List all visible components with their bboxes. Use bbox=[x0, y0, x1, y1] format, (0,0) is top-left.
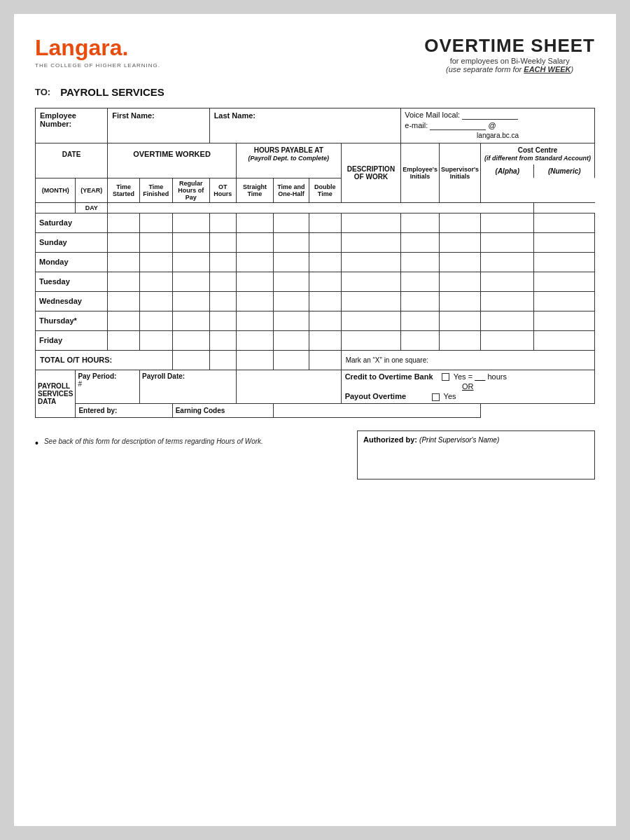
fri-sup-initials[interactable] bbox=[439, 330, 480, 350]
mon-regular-hours[interactable] bbox=[172, 252, 209, 272]
wednesday-label: Wednesday bbox=[36, 291, 108, 311]
mon-time-finished[interactable] bbox=[139, 252, 172, 272]
thu-time-half[interactable] bbox=[273, 311, 309, 330]
sun-straight[interactable] bbox=[236, 232, 273, 252]
sat-double[interactable] bbox=[309, 213, 341, 232]
sat-alpha[interactable] bbox=[481, 213, 534, 232]
fri-time-started[interactable] bbox=[108, 330, 140, 350]
thu-ot-hours[interactable] bbox=[209, 311, 236, 330]
tue-emp-initials[interactable] bbox=[401, 272, 440, 291]
credit-checkbox[interactable] bbox=[442, 373, 449, 381]
sun-emp-initials[interactable] bbox=[401, 232, 440, 252]
fri-time-half[interactable] bbox=[273, 330, 309, 350]
time-half-subheader: Time and One-Half bbox=[273, 178, 309, 202]
tue-sup-initials[interactable] bbox=[439, 272, 480, 291]
payout-checkbox[interactable] bbox=[432, 393, 440, 401]
tue-double[interactable] bbox=[309, 272, 341, 291]
fri-emp-initials[interactable] bbox=[401, 330, 440, 350]
tue-description[interactable] bbox=[341, 272, 401, 291]
sun-time-half[interactable] bbox=[273, 232, 309, 252]
sunday-row: Sunday bbox=[36, 232, 595, 252]
month-day-cell bbox=[36, 202, 76, 213]
mon-numeric[interactable] bbox=[534, 252, 595, 272]
thu-regular-hours[interactable] bbox=[172, 311, 209, 330]
sat-sup-initials[interactable] bbox=[439, 213, 480, 232]
sat-numeric[interactable] bbox=[534, 213, 595, 232]
sat-straight[interactable] bbox=[236, 213, 273, 232]
thu-sup-initials[interactable] bbox=[439, 311, 480, 330]
fri-alpha[interactable] bbox=[481, 330, 534, 350]
thu-description[interactable] bbox=[341, 311, 401, 330]
sat-time-half[interactable] bbox=[273, 213, 309, 232]
sat-description[interactable] bbox=[341, 213, 401, 232]
thu-time-finished[interactable] bbox=[139, 311, 172, 330]
mon-alpha[interactable] bbox=[481, 252, 534, 272]
footer-area: • See back of this form for description … bbox=[35, 430, 595, 479]
thu-emp-initials[interactable] bbox=[401, 311, 440, 330]
wed-sup-initials[interactable] bbox=[439, 291, 480, 311]
logo-text: Langara. bbox=[35, 35, 160, 61]
fri-description[interactable] bbox=[341, 330, 401, 350]
thu-alpha[interactable] bbox=[481, 311, 534, 330]
sun-alpha[interactable] bbox=[481, 232, 534, 252]
sun-time-finished[interactable] bbox=[139, 232, 172, 252]
tue-alpha[interactable] bbox=[481, 272, 534, 291]
tue-regular-hours[interactable] bbox=[172, 272, 209, 291]
total-double bbox=[309, 350, 341, 370]
sun-sup-initials[interactable] bbox=[439, 232, 480, 252]
date-header: DATE bbox=[36, 144, 108, 165]
sat-time-started[interactable] bbox=[108, 213, 140, 232]
thu-double[interactable] bbox=[309, 311, 341, 330]
or-line: OR bbox=[345, 382, 591, 391]
sat-ot-hours[interactable] bbox=[209, 213, 236, 232]
mon-sup-initials[interactable] bbox=[439, 252, 480, 272]
fri-numeric[interactable] bbox=[534, 330, 595, 350]
sun-description[interactable] bbox=[341, 232, 401, 252]
mon-ot-hours[interactable] bbox=[209, 252, 236, 272]
thursday-label: Thursday* bbox=[36, 311, 108, 330]
wed-numeric[interactable] bbox=[534, 291, 595, 311]
sun-ot-hours[interactable] bbox=[209, 232, 236, 252]
employee-number-label: Employee Number: bbox=[40, 111, 103, 128]
fri-straight[interactable] bbox=[236, 330, 273, 350]
wed-regular-hours[interactable] bbox=[172, 291, 209, 311]
sun-regular-hours[interactable] bbox=[172, 232, 209, 252]
pay-period-cell: Pay Period: # bbox=[76, 370, 140, 403]
sun-double[interactable] bbox=[309, 232, 341, 252]
thu-numeric[interactable] bbox=[534, 311, 595, 330]
mark-x-cell: Mark an “X” in one square: bbox=[341, 350, 594, 370]
wed-ot-hours[interactable] bbox=[209, 291, 236, 311]
wed-double[interactable] bbox=[309, 291, 341, 311]
tue-numeric[interactable] bbox=[534, 272, 595, 291]
friday-row: Friday bbox=[36, 330, 595, 350]
wed-time-half[interactable] bbox=[273, 291, 309, 311]
sun-time-started[interactable] bbox=[108, 232, 140, 252]
mon-straight[interactable] bbox=[236, 252, 273, 272]
tue-time-half[interactable] bbox=[273, 272, 309, 291]
fri-ot-hours[interactable] bbox=[209, 330, 236, 350]
fri-regular-hours[interactable] bbox=[172, 330, 209, 350]
tue-time-started[interactable] bbox=[108, 272, 140, 291]
thu-time-started[interactable] bbox=[108, 311, 140, 330]
mon-double[interactable] bbox=[309, 252, 341, 272]
fri-double[interactable] bbox=[309, 330, 341, 350]
mon-time-half[interactable] bbox=[273, 252, 309, 272]
mon-description[interactable] bbox=[341, 252, 401, 272]
wed-emp-initials[interactable] bbox=[401, 291, 440, 311]
tue-ot-hours[interactable] bbox=[209, 272, 236, 291]
sun-numeric[interactable] bbox=[534, 232, 595, 252]
thu-straight[interactable] bbox=[236, 311, 273, 330]
tue-straight[interactable] bbox=[236, 272, 273, 291]
wed-description[interactable] bbox=[341, 291, 401, 311]
mon-time-started[interactable] bbox=[108, 252, 140, 272]
sat-emp-initials[interactable] bbox=[401, 213, 440, 232]
mon-emp-initials[interactable] bbox=[401, 252, 440, 272]
sat-regular-hours[interactable] bbox=[172, 213, 209, 232]
tue-time-finished[interactable] bbox=[139, 272, 172, 291]
fri-time-finished[interactable] bbox=[139, 330, 172, 350]
wed-time-started[interactable] bbox=[108, 291, 140, 311]
wed-alpha[interactable] bbox=[481, 291, 534, 311]
sat-time-finished[interactable] bbox=[139, 213, 172, 232]
wed-straight[interactable] bbox=[236, 291, 273, 311]
wed-time-finished[interactable] bbox=[139, 291, 172, 311]
